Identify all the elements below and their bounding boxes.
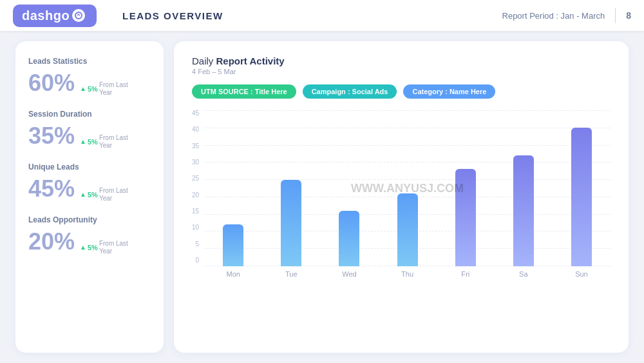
page-number: 8 <box>626 10 631 21</box>
stat-block-1: Session Duration 35% ▲ 5% From Last Year <box>28 110 151 150</box>
stat-block-2: Unique Leads 45% ▲ 5% From Last Year <box>28 162 151 202</box>
filter-badges: UTM SOURCE : Title HereCampaign : Social… <box>192 84 611 99</box>
stat-pct-2: 5% <box>88 191 98 199</box>
y-label-2: 10 <box>192 224 199 231</box>
chart-title: Daily Report Activity <box>192 55 611 66</box>
filter-badge-1[interactable]: Campaign : Social Ads <box>303 84 397 99</box>
stat-block-0: Leads Statistics 60% ▲ 5% From Last Year <box>28 57 151 97</box>
bar-group-Sa <box>513 110 534 266</box>
logo-icon <box>72 9 85 22</box>
stat-arrow-1: ▲ <box>80 138 86 145</box>
chart-area: 051015202530354045 WWW.ANYUSJ.COM MonTue… <box>192 110 611 278</box>
y-label-4: 20 <box>192 192 199 199</box>
filter-badge-2[interactable]: Category : Name Here <box>403 84 495 99</box>
chart-panel: Daily Report Activity 4 Feb – 5 Mar UTM … <box>174 41 629 353</box>
header: dashgo LEADS OVERVIEW Report Period : Ja… <box>0 0 644 31</box>
x-label-Sa: Sa <box>511 270 536 278</box>
x-label-Thu: Thu <box>395 270 421 278</box>
stat-value-row-2: 45% ▲ 5% From Last Year <box>28 175 151 202</box>
x-label-Sun: Sun <box>569 270 594 278</box>
stat-change-2: ▲ 5% From Last Year <box>80 187 131 202</box>
bar-Wed <box>339 211 359 266</box>
y-label-5: 25 <box>192 175 199 182</box>
chart-title-plain: Daily <box>192 55 216 66</box>
x-labels: MonTueWedThuFriSaSun <box>204 266 611 278</box>
y-axis: 051015202530354045 <box>192 110 204 278</box>
y-label-6: 30 <box>192 159 199 166</box>
bars-area: WWW.ANYUSJ.COM MonTueWedThuFriSaSun <box>204 110 611 278</box>
report-period: Report Period : Jan - March <box>502 11 605 21</box>
x-label-Wed: Wed <box>336 270 362 278</box>
bar-Sa <box>513 155 534 266</box>
x-label-Fri: Fri <box>453 270 478 278</box>
stat-text-2: From Last Year <box>99 187 131 202</box>
logo-text: dashgo <box>22 8 70 23</box>
x-label-Tue: Tue <box>278 270 304 278</box>
stat-pct-1: 5% <box>88 138 98 146</box>
bar-group-Fri <box>455 110 476 266</box>
stat-value-3: 20% <box>28 228 75 255</box>
x-label-Mon: Mon <box>220 270 246 278</box>
bar-group-Thu <box>397 110 418 266</box>
bar-Fri <box>455 169 476 266</box>
logo-area: dashgo <box>13 5 97 27</box>
stat-value-1: 35% <box>28 123 75 150</box>
y-label-9: 45 <box>192 110 199 117</box>
stat-arrow-2: ▲ <box>80 191 86 198</box>
stat-change-3: ▲ 5% From Last Year <box>80 240 131 255</box>
main-content: Leads Statistics 60% ▲ 5% From Last Year… <box>0 31 644 363</box>
bar-group-Sun <box>571 110 592 266</box>
stat-value-row-1: 35% ▲ 5% From Last Year <box>28 123 151 150</box>
chart-subtitle: 4 Feb – 5 Mar <box>192 68 611 75</box>
header-divider <box>615 8 616 23</box>
stat-value-row-3: 20% ▲ 5% From Last Year <box>28 228 151 255</box>
bar-Thu <box>397 193 418 266</box>
stat-text-3: From Last Year <box>99 240 131 255</box>
stat-change-1: ▲ 5% From Last Year <box>80 134 131 150</box>
svg-point-0 <box>75 12 82 19</box>
bar-group-Tue <box>281 110 301 266</box>
page-title: LEADS OVERVIEW <box>122 10 223 21</box>
stat-arrow-0: ▲ <box>80 85 86 92</box>
y-label-0: 0 <box>192 257 199 264</box>
y-label-8: 40 <box>192 126 199 133</box>
stat-value-0: 60% <box>28 70 75 97</box>
stat-label-3: Leads Opportunity <box>28 215 151 224</box>
bars-row <box>204 110 611 266</box>
grid-and-bars: WWW.ANYUSJ.COM <box>204 110 611 266</box>
filter-badge-0[interactable]: UTM SOURCE : Title Here <box>192 84 296 99</box>
bar-Mon <box>223 224 243 266</box>
stat-pct-0: 5% <box>88 85 98 93</box>
stat-block-3: Leads Opportunity 20% ▲ 5% From Last Yea… <box>28 215 151 255</box>
stat-change-0: ▲ 5% From Last Year <box>80 81 131 97</box>
stat-text-0: From Last Year <box>99 81 131 97</box>
bar-group-Wed <box>339 110 359 266</box>
y-label-7: 35 <box>192 143 199 150</box>
y-label-3: 15 <box>192 208 199 215</box>
stat-pct-3: 5% <box>88 244 98 251</box>
bar-Tue <box>281 180 301 266</box>
stat-text-1: From Last Year <box>99 134 131 150</box>
bar-Sun <box>571 128 592 266</box>
stat-arrow-3: ▲ <box>80 244 86 251</box>
stat-label-0: Leads Statistics <box>28 57 151 66</box>
stats-panel: Leads Statistics 60% ▲ 5% From Last Year… <box>15 41 164 353</box>
y-label-1: 5 <box>192 241 199 248</box>
stat-label-2: Unique Leads <box>28 162 151 172</box>
chart-title-bold: Report Activity <box>216 55 285 66</box>
stat-value-2: 45% <box>28 175 75 202</box>
stat-value-row-0: 60% ▲ 5% From Last Year <box>28 70 151 97</box>
header-right: Report Period : Jan - March 8 <box>502 8 631 23</box>
stat-label-1: Session Duration <box>28 110 151 119</box>
bar-group-Mon <box>223 110 243 266</box>
